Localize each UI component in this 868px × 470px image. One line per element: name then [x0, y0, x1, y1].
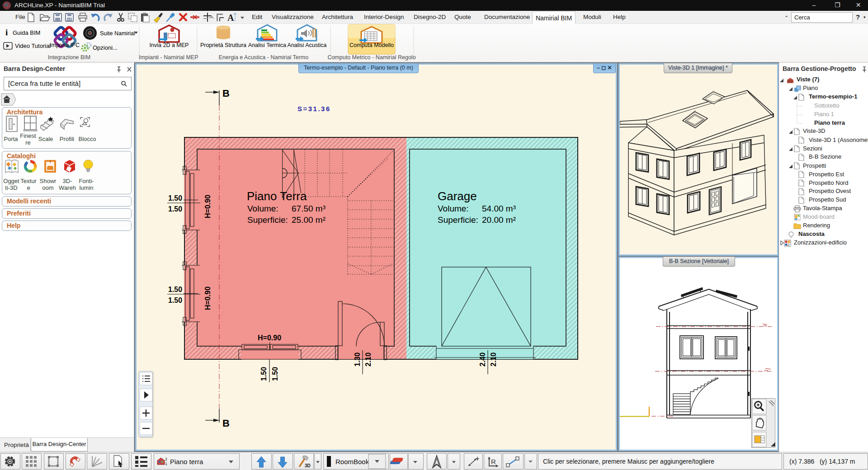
svg-text:Piano Terra: Piano Terra	[247, 189, 307, 203]
svg-text:2: 2	[165, 457, 167, 461]
svg-text:25.00 m²: 25.00 m²	[292, 215, 326, 225]
svg-text:54.00 m³: 54.00 m³	[482, 204, 516, 213]
svg-text:B: B	[222, 418, 230, 429]
svg-text:1.50: 1.50	[168, 286, 182, 293]
svg-text:Garage: Garage	[438, 189, 477, 203]
svg-text:3D: 3D	[305, 463, 311, 468]
svg-text:1.50: 1.50	[168, 194, 182, 202]
svg-text:Proprietà Struttura: Proprietà Struttura	[200, 42, 246, 48]
svg-text:Computo Metrico - Namirial Reg: Computo Metrico - Namirial Regolo	[327, 54, 415, 61]
svg-text:RoomBook: RoomBook	[335, 458, 369, 465]
svg-text:67.50 m³: 67.50 m³	[292, 204, 326, 213]
svg-text:2.40: 2.40	[479, 352, 486, 367]
svg-text:Opzioni...: Opzioni...	[93, 44, 118, 51]
svg-text:1: 1	[165, 461, 167, 466]
svg-text:Analisi Acustica: Analisi Acustica	[288, 42, 327, 48]
svg-text:Superficie:: Superficie:	[438, 215, 478, 225]
svg-text:H=0.90: H=0.90	[204, 287, 212, 310]
svg-text:1.50: 1.50	[260, 367, 268, 381]
svg-text:i: i	[5, 28, 8, 37]
svg-text:Volume:: Volume:	[247, 204, 278, 213]
svg-text:B: B	[222, 88, 230, 99]
svg-text:R: R	[491, 458, 496, 465]
svg-text:H=0.90: H=0.90	[258, 334, 281, 342]
svg-text:2.10: 2.10	[364, 352, 372, 367]
svg-text:Energia e Acustica - Namirial: Energia e Acustica - Namirial Termo	[219, 54, 309, 61]
svg-text:Volume:: Volume:	[438, 204, 469, 213]
svg-text:S=31.36: S=31.36	[297, 105, 331, 113]
svg-text:Computa Modello: Computa Modello	[349, 42, 394, 48]
svg-text:1.50: 1.50	[168, 296, 182, 304]
svg-text:1.50: 1.50	[271, 367, 279, 381]
svg-text:Video Tutorial: Video Tutorial	[15, 42, 51, 49]
svg-text:2: 2	[788, 243, 790, 247]
svg-text:Integrazione BIM: Integrazione BIM	[48, 54, 91, 61]
svg-text:1.30: 1.30	[354, 352, 361, 367]
svg-text:Guida BIM: Guida BIM	[13, 29, 40, 36]
svg-text:Importa IFC: Importa IFC	[50, 42, 80, 48]
svg-text:2.10: 2.10	[490, 352, 497, 367]
svg-text:Analisi Termica: Analisi Termica	[248, 42, 286, 48]
svg-text:H=0.90: H=0.90	[204, 195, 212, 218]
svg-text:A: A	[227, 13, 234, 23]
svg-text:20.00 m²: 20.00 m²	[482, 215, 516, 225]
svg-text:Impianti - Namirial MEP: Impianti - Namirial MEP	[139, 54, 198, 61]
svg-text:Superficie:: Superficie:	[247, 215, 288, 225]
svg-text:Invia 2D a MEP: Invia 2D a MEP	[150, 42, 189, 48]
svg-text:Suite Namirial: Suite Namirial	[100, 30, 135, 37]
svg-text:1.50: 1.50	[168, 205, 182, 213]
svg-text:Piano terra: Piano terra	[170, 458, 203, 465]
